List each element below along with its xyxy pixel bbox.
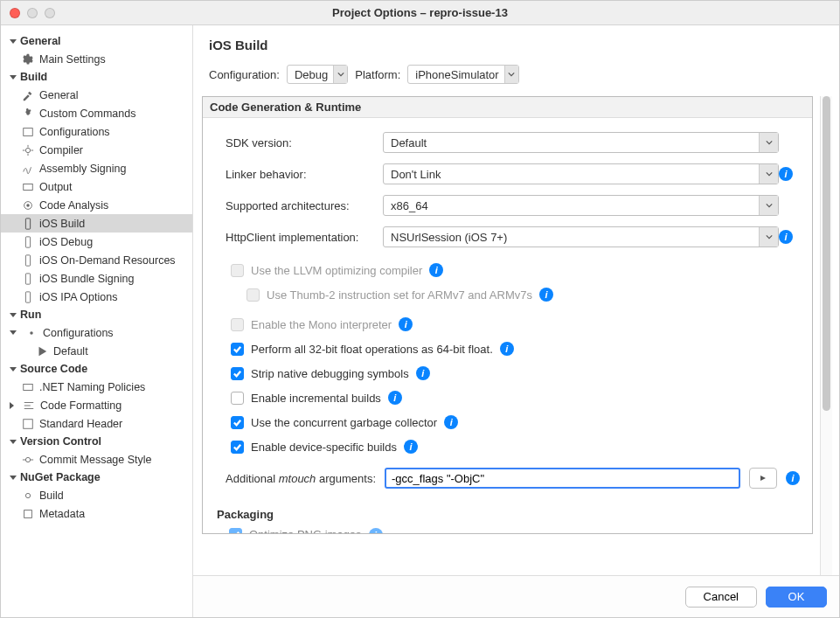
device-specific-checkbox[interactable] [231, 441, 244, 454]
strip-checkbox[interactable] [231, 367, 244, 380]
optimize-png-label[interactable]: Optimize PNG images [249, 528, 362, 533]
float32-checkbox[interactable] [231, 343, 244, 356]
info-icon[interactable]: i [539, 288, 553, 302]
packaging-title: Packaging [203, 496, 812, 524]
page-title: iOS Build [193, 25, 839, 65]
svg-point-14 [25, 457, 30, 462]
close-window-button[interactable] [10, 8, 20, 18]
mtouch-browse-button[interactable] [749, 468, 777, 489]
sidebar-item-commit-message-style[interactable]: Commit Message Style [1, 450, 192, 469]
sidebar-item-label: Custom Commands [39, 108, 135, 120]
sidebar-item-ios-ipa-options[interactable]: iOS IPA Options [1, 288, 192, 306]
hammer-icon [22, 89, 34, 101]
sidebar-item-run-default[interactable]: Default [1, 342, 192, 360]
sidebar-item-main-settings[interactable]: Main Settings [1, 50, 192, 68]
svg-rect-16 [24, 510, 32, 517]
info-icon[interactable]: i [500, 342, 514, 356]
sidebar-item-label: Configurations [43, 327, 114, 339]
sidebar-item-build-general[interactable]: General [1, 86, 192, 104]
sidebar-item-custom-commands[interactable]: Custom Commands [1, 104, 192, 122]
sidebar-section-label: Source Code [20, 363, 87, 375]
signature-icon [22, 163, 34, 175]
window-title: Project Options – repro-issue-13 [1, 6, 839, 19]
info-icon[interactable]: i [786, 471, 800, 485]
configuration-select[interactable]: Debug [287, 65, 348, 84]
supported-arch-select[interactable]: x86_64 [383, 195, 779, 216]
sidebar-item-label: Build [39, 490, 64, 502]
gc-checkbox[interactable] [231, 416, 244, 429]
sidebar-item-output[interactable]: Output [1, 177, 192, 196]
chevron-down-icon [504, 66, 518, 83]
gc-label[interactable]: Use the concurrent garbage collector [251, 416, 437, 429]
svg-rect-8 [25, 254, 30, 265]
strip-label[interactable]: Strip native debugging symbols [251, 367, 409, 380]
sidebar-section-source-code[interactable]: Source Code [1, 360, 192, 378]
chevron-right-icon [10, 402, 14, 409]
svg-rect-6 [25, 218, 30, 228]
sidebar-item-ios-odr[interactable]: iOS On-Demand Resources [1, 251, 192, 269]
chevron-down-icon [759, 196, 778, 215]
incremental-label[interactable]: Enable incremental builds [251, 392, 381, 405]
mtouch-arguments-input[interactable] [385, 468, 740, 489]
sidebar-section-label: General [20, 35, 61, 47]
commit-icon [22, 454, 34, 466]
select-value: Default [384, 136, 434, 149]
mono-label: Enable the Mono interpreter [251, 318, 392, 331]
sidebar-item-nuget-build[interactable]: Build [1, 486, 192, 504]
incremental-checkbox[interactable] [231, 392, 244, 405]
metadata-icon [22, 508, 34, 520]
info-icon[interactable]: i [444, 415, 458, 429]
linker-behavior-select[interactable]: Don't Link [383, 163, 779, 184]
svg-rect-1 [24, 128, 33, 135]
sidebar-item-label: Compiler [39, 144, 83, 156]
sidebar-item-ios-bundle-signing[interactable]: iOS Bundle Signing [1, 269, 192, 288]
scrollbar-thumb[interactable] [823, 96, 830, 411]
cancel-button[interactable]: Cancel [685, 587, 757, 608]
sidebar-section-version-control[interactable]: Version Control [1, 433, 192, 450]
info-icon[interactable]: i [404, 440, 418, 454]
info-icon[interactable]: i [779, 167, 793, 181]
sidebar-section-run[interactable]: Run [1, 306, 192, 323]
sidebar-section-build[interactable]: Build [1, 68, 192, 86]
sidebar-section-nuget[interactable]: NuGet Package [1, 469, 192, 486]
info-icon[interactable]: i [369, 528, 383, 533]
sidebar-item-label: iOS IPA Options [39, 291, 117, 303]
mtouch-label: Additional mtouch arguments: [226, 472, 376, 485]
sidebar-item-ios-build[interactable]: iOS Build [1, 214, 192, 233]
sidebar-item-run-configurations[interactable]: Configurations [1, 323, 192, 342]
sidebar-section-label: Version Control [20, 435, 101, 448]
ok-button[interactable]: OK [766, 587, 827, 608]
info-icon[interactable]: i [779, 230, 793, 244]
platform-label: Platform: [355, 68, 400, 81]
float32-label[interactable]: Perform all 32-bit float operations as 6… [251, 343, 493, 356]
sidebar-item-ios-debug[interactable]: iOS Debug [1, 233, 192, 251]
info-icon[interactable]: i [388, 391, 402, 405]
optimize-png-checkbox[interactable] [229, 528, 242, 533]
httpclient-select[interactable]: NSUrlSession (iOS 7+) [383, 226, 779, 247]
sidebar-item-standard-header[interactable]: Standard Header [1, 414, 192, 433]
scrollbar[interactable] [820, 96, 832, 575]
sidebar-item-code-analysis[interactable]: Code Analysis [1, 196, 192, 214]
sdk-version-select[interactable]: Default [383, 132, 779, 153]
sidebar-item-assembly-signing[interactable]: Assembly Signing [1, 159, 192, 177]
sidebar-item-naming-policies[interactable]: .NET Naming Policies [1, 378, 192, 396]
device-specific-label[interactable]: Enable device-specific builds [251, 441, 397, 454]
supported-arch-label: Supported architectures: [226, 199, 383, 212]
sidebar-item-configurations[interactable]: Configurations [1, 122, 192, 141]
info-icon[interactable]: i [399, 317, 413, 331]
svg-rect-7 [25, 236, 30, 247]
gear-icon [22, 108, 34, 120]
select-value: Debug [288, 68, 333, 81]
sidebar-item-code-formatting[interactable]: Code Formatting [1, 396, 192, 414]
target-icon [22, 199, 34, 212]
phone-icon [22, 273, 34, 285]
chevron-down-icon [759, 227, 778, 247]
info-icon[interactable]: i [429, 263, 443, 277]
sidebar-item-compiler[interactable]: Compiler [1, 141, 192, 159]
phone-icon [22, 218, 34, 230]
sidebar-item-label: Output [39, 181, 73, 193]
info-icon[interactable]: i [416, 366, 430, 380]
platform-select[interactable]: iPhoneSimulator [407, 65, 518, 84]
sidebar-item-nuget-metadata[interactable]: Metadata [1, 504, 192, 523]
sidebar-section-general[interactable]: General [1, 32, 192, 50]
